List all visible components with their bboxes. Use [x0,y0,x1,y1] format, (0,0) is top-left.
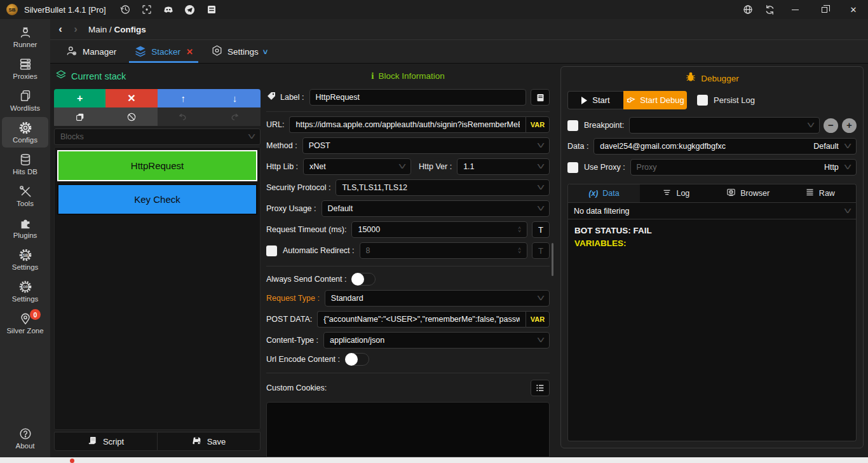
block-info-title: Block Information [378,71,444,81]
news-icon[interactable] [204,3,219,17]
history-icon[interactable] [118,3,133,17]
request-type-select[interactable]: Standard˅ [325,290,550,307]
block-keycheck[interactable]: Key Check [57,184,257,215]
content-type-select[interactable]: application/json˅ [323,332,550,349]
move-up-button[interactable]: ↑ [158,89,209,107]
block-httprequest[interactable]: HttpRequest [57,150,257,181]
method-select[interactable]: POST˅ [302,137,550,154]
tab-data[interactable]: (x) Data [568,184,640,202]
blocks-dropdown[interactable]: Blocks ˅ [54,128,261,145]
taskbar-red-dot [70,459,74,463]
spinner-icon[interactable]: ˄˅ [518,226,521,233]
discord-icon[interactable] [161,3,176,17]
redo-button[interactable] [209,107,261,126]
sidebar-item-hits-db[interactable]: Hits DB [2,149,48,179]
move-down-button[interactable]: ↓ [209,89,261,107]
debugger-log-area[interactable]: BOT STATUS: FAIL VARIABLES: [567,219,857,441]
back-button[interactable]: ‹ [54,23,67,36]
url-encode-toggle[interactable] [345,353,369,366]
http-lib-select[interactable]: xNet˅ [303,158,411,175]
disable-block-button[interactable] [105,107,157,126]
breakpoint-checkbox[interactable] [567,120,578,131]
proxy-usage-select[interactable]: Default˅ [322,200,550,217]
url-var-button[interactable]: VAR [526,116,550,133]
variables-line: VARIABLES: [574,237,850,250]
stack-panel-title: Current stack [71,71,126,81]
tab-stacker[interactable]: Stacker ✕ [125,40,202,63]
breakpoint-remove-button[interactable]: − [824,118,838,133]
post-data-var-button[interactable]: VAR [526,311,550,328]
sidebar-item-plugins[interactable]: Plugins [2,212,48,243]
always-send-content-toggle[interactable] [351,273,376,286]
chevron-down-icon: ˅ [843,208,851,214]
duplicate-block-button[interactable] [54,107,105,126]
use-proxy-checkbox[interactable] [567,162,578,173]
tab-log[interactable]: Log [640,184,712,202]
notes-button[interactable] [531,89,550,106]
close-button[interactable]: ✕ [839,0,868,19]
data-filter-select[interactable]: No data filtering ˅ [567,202,857,219]
sidebar-item-configs[interactable]: Configs [2,117,48,148]
gear-sb-icon: SB [18,248,32,262]
telegram-icon[interactable] [182,3,198,17]
sync-icon[interactable] [759,3,780,17]
sidebar-item-tools[interactable]: Tools [2,181,48,211]
content-area: Current stack + ✕ ↑ ↓ [50,64,868,457]
post-data-input[interactable]: {"accountName":"<USER>","rememberMe":fal… [317,311,526,328]
timeout-t-button[interactable]: T [532,221,550,238]
browser-icon [726,188,736,199]
tab-manager[interactable]: Manager [57,40,125,63]
minimize-button[interactable] [780,0,810,19]
sidebar-item-settings-sb[interactable]: SB Settings [2,244,48,275]
sidebar-item-settings-core[interactable]: CORE Settings [2,276,48,307]
data-input[interactable]: davel254@gmail.com:kugkgdfbgfxc Default˅ [593,138,857,155]
scan-icon[interactable] [139,3,154,17]
globe-icon[interactable] [737,3,759,17]
custom-cookies-list-button[interactable] [531,380,550,396]
close-tab-icon[interactable]: ✕ [186,47,193,57]
breakpoint-select[interactable]: ˅ [629,117,820,134]
window-title: SilverBullet 1.4.1 [Pro] [24,5,106,15]
sidebar: Runner Proxies Wordlists Configs Hits DB… [0,19,50,457]
label-field[interactable]: HttpRequest [309,89,526,106]
request-timeout-input[interactable]: 15000˄˅ [351,221,527,238]
automatic-redirect-input[interactable]: 8˄˅ [360,242,527,259]
start-debug-button[interactable]: Start Debug [623,91,687,109]
script-button[interactable]: Script [54,432,158,451]
sidebar-item-proxies[interactable]: Proxies [2,53,48,84]
maximize-button[interactable] [810,0,839,19]
chevron-down-icon: ˅ [536,184,545,191]
breadcrumb: ‹ › Main / Configs [50,19,868,39]
sidebar-item-silver-zone[interactable]: Silver Zone 0 [2,308,48,338]
remove-block-button[interactable]: ✕ [105,89,157,107]
start-button[interactable]: Start [567,91,623,109]
stack-list: HttpRequest Key Check [54,147,261,430]
sidebar-item-wordlists[interactable]: Wordlists [2,85,48,116]
play-icon [581,97,587,104]
tab-settings[interactable]: Settings ˅ [202,40,276,63]
proxy-type-select[interactable]: Http [824,163,839,172]
url-field[interactable]: https://idmsa.apple.com/appleauth/auth/s… [289,116,526,133]
add-block-button[interactable]: + [54,89,105,107]
layers-icon [55,69,67,83]
raw-icon [805,188,815,199]
automatic-redirect-checkbox[interactable] [266,245,277,256]
tab-raw[interactable]: Raw [784,184,856,202]
scrollbar-thumb[interactable] [552,243,553,276]
bottom-strip [0,457,868,463]
http-ver-select[interactable]: 1.1˅ [457,158,550,175]
persist-log-checkbox[interactable] [697,95,708,106]
save-button[interactable]: Save [158,432,261,451]
sidebar-item-runner[interactable]: Runner [2,22,48,52]
sidebar-item-about[interactable]: About [2,423,48,453]
security-protocol-select[interactable]: TLS,TLS11,TLS12˅ [336,179,550,196]
app-logo: SB [6,4,18,15]
tab-browser[interactable]: Browser [712,184,784,202]
custom-cookies-textarea[interactable] [266,402,550,457]
proxy-input[interactable]: Proxy Http˅ [630,159,857,176]
info-icon: i [371,71,374,81]
forward-button[interactable]: › [69,23,82,36]
data-type-select[interactable]: Default [813,142,839,151]
undo-button[interactable] [158,107,209,126]
breakpoint-add-button[interactable]: + [842,118,857,133]
